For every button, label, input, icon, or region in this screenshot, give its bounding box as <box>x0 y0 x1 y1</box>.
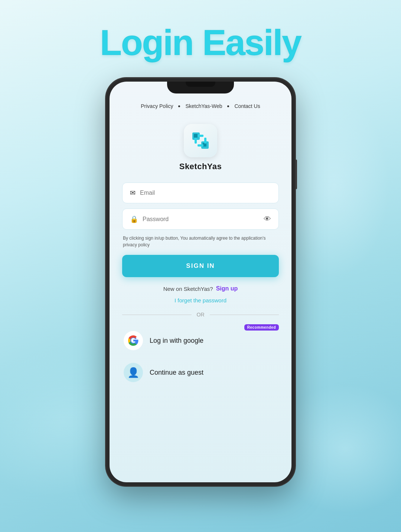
nav-link-web[interactable]: SketchYas-Web <box>185 103 222 109</box>
guest-login-label: Continue as guest <box>150 369 203 377</box>
svg-rect-7 <box>204 138 206 144</box>
nav-link-contact[interactable]: Contact Us <box>234 103 260 109</box>
signup-row: New on SketchYas? Sign up <box>122 285 279 292</box>
phone-content: Privacy Policy SketchYas-Web Contact Us <box>110 93 291 401</box>
forgot-password-link[interactable]: I forget the password <box>122 297 279 303</box>
or-divider: OR <box>122 312 279 318</box>
app-logo-icon <box>189 129 212 152</box>
or-line-left <box>122 315 192 315</box>
app-icon-wrapper <box>184 124 217 157</box>
nav-dot-2 <box>227 105 229 107</box>
password-input[interactable] <box>143 216 259 223</box>
phone-frame: Privacy Policy SketchYas-Web Contact Us <box>106 78 295 486</box>
nav-dot-1 <box>178 105 180 107</box>
svg-rect-1 <box>194 134 198 138</box>
form-area: ✉ 🔒 👁 By clicking sign in/up button, You… <box>121 183 280 387</box>
recommended-badge: Recommended <box>244 324 279 331</box>
nav-link-privacy[interactable]: Privacy Policy <box>141 103 173 109</box>
svg-rect-4 <box>198 135 203 137</box>
guest-icon-circle: 👤 <box>124 363 143 382</box>
google-login-row[interactable]: G Log in with google Recommended <box>122 326 279 355</box>
svg-rect-5 <box>198 144 203 147</box>
privacy-note: By clicking sign in/up button, You autom… <box>122 235 279 248</box>
phone-button-right <box>295 160 297 189</box>
email-icon: ✉ <box>130 189 136 197</box>
svg-rect-6 <box>195 138 197 144</box>
phone-notch <box>167 82 234 93</box>
email-input[interactable] <box>140 190 271 196</box>
google-login-label: Log in with google <box>150 337 203 345</box>
guest-icon: 👤 <box>127 367 139 378</box>
password-field-wrapper[interactable]: 🔒 👁 <box>122 208 279 230</box>
sign-up-link[interactable]: Sign up <box>216 285 238 292</box>
email-field-wrapper[interactable]: ✉ <box>122 183 279 203</box>
new-user-text: New on SketchYas? <box>163 286 213 292</box>
or-label: OR <box>197 312 205 318</box>
lock-icon: 🔒 <box>130 215 138 223</box>
page-title: Login Easily <box>0 0 401 74</box>
google-icon-circle: G <box>124 331 143 350</box>
phone-screen: Privacy Policy SketchYas-Web Contact Us <box>110 82 291 482</box>
nav-links: Privacy Policy SketchYas-Web Contact Us <box>121 99 280 116</box>
or-line-right <box>210 315 279 315</box>
phone-notch-inner <box>186 82 215 87</box>
app-logo-area: SketchYas <box>121 116 280 183</box>
guest-login-row[interactable]: 👤 Continue as guest <box>122 358 279 387</box>
app-name-label: SketchYas <box>179 162 222 171</box>
sign-in-button[interactable]: SIGN IN <box>122 255 279 277</box>
eye-icon[interactable]: 👁 <box>264 215 271 223</box>
